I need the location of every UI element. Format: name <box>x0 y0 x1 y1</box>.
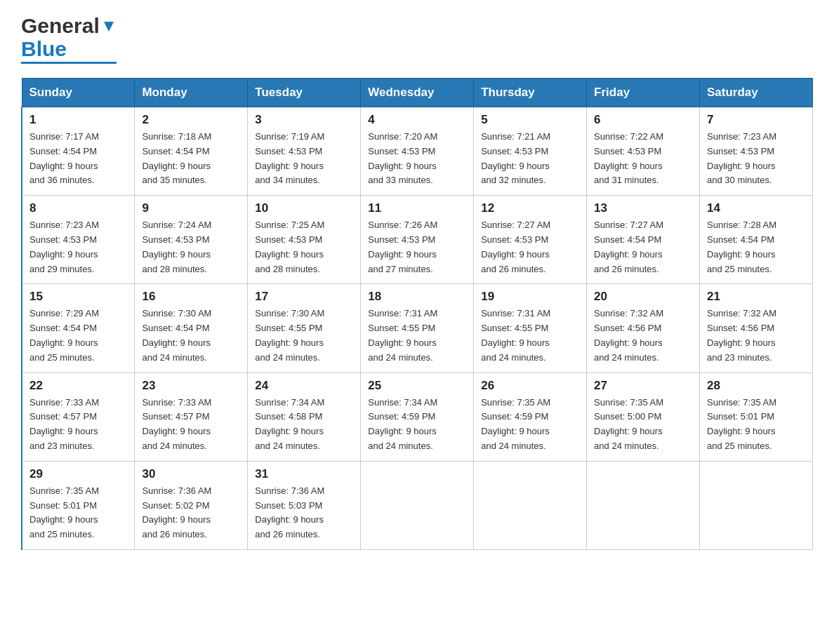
calendar-cell: 6 Sunrise: 7:22 AM Sunset: 4:53 PM Dayli… <box>587 107 700 196</box>
day-number: 4 <box>368 113 466 127</box>
calendar-cell: 30 Sunrise: 7:36 AM Sunset: 5:02 PM Dayl… <box>135 461 248 549</box>
calendar-cell: 31 Sunrise: 7:36 AM Sunset: 5:03 PM Dayl… <box>248 461 361 549</box>
day-number: 14 <box>707 201 805 215</box>
day-number: 9 <box>142 201 240 215</box>
day-info: Sunrise: 7:36 AM Sunset: 5:02 PM Dayligh… <box>142 484 240 542</box>
calendar-cell: 20 Sunrise: 7:32 AM Sunset: 4:56 PM Dayl… <box>587 284 700 373</box>
calendar-cell: 24 Sunrise: 7:34 AM Sunset: 4:58 PM Dayl… <box>248 373 361 461</box>
day-number: 16 <box>142 290 240 304</box>
calendar-cell: 8 Sunrise: 7:23 AM Sunset: 4:53 PM Dayli… <box>22 196 135 284</box>
calendar-cell: 12 Sunrise: 7:27 AM Sunset: 4:53 PM Dayl… <box>474 196 587 284</box>
day-number: 15 <box>29 290 127 304</box>
logo: General Blue <box>21 14 117 64</box>
calendar-week-row: 29 Sunrise: 7:35 AM Sunset: 5:01 PM Dayl… <box>22 461 813 549</box>
calendar-table: SundayMondayTuesdayWednesdayThursdayFrid… <box>21 78 813 550</box>
day-info: Sunrise: 7:21 AM Sunset: 4:53 PM Dayligh… <box>481 130 579 188</box>
day-info: Sunrise: 7:25 AM Sunset: 4:53 PM Dayligh… <box>255 218 353 276</box>
calendar-week-row: 8 Sunrise: 7:23 AM Sunset: 4:53 PM Dayli… <box>22 196 813 284</box>
day-number: 6 <box>594 113 692 127</box>
day-info: Sunrise: 7:27 AM Sunset: 4:53 PM Dayligh… <box>481 218 579 276</box>
calendar-week-row: 15 Sunrise: 7:29 AM Sunset: 4:54 PM Dayl… <box>22 284 813 373</box>
day-number: 18 <box>368 290 466 304</box>
day-info: Sunrise: 7:36 AM Sunset: 5:03 PM Dayligh… <box>255 484 353 542</box>
day-number: 13 <box>594 201 692 215</box>
day-info: Sunrise: 7:23 AM Sunset: 4:53 PM Dayligh… <box>29 218 127 276</box>
day-info: Sunrise: 7:33 AM Sunset: 4:57 PM Dayligh… <box>142 396 240 454</box>
calendar-cell: 22 Sunrise: 7:33 AM Sunset: 4:57 PM Dayl… <box>22 373 135 461</box>
day-info: Sunrise: 7:32 AM Sunset: 4:56 PM Dayligh… <box>707 307 805 365</box>
calendar-cell: 26 Sunrise: 7:35 AM Sunset: 4:59 PM Dayl… <box>474 373 587 461</box>
day-number: 27 <box>594 379 692 393</box>
day-info: Sunrise: 7:35 AM Sunset: 5:01 PM Dayligh… <box>707 396 805 454</box>
day-info: Sunrise: 7:30 AM Sunset: 4:54 PM Dayligh… <box>142 307 240 365</box>
day-number: 25 <box>368 379 466 393</box>
calendar-cell: 9 Sunrise: 7:24 AM Sunset: 4:53 PM Dayli… <box>135 196 248 284</box>
calendar-cell: 23 Sunrise: 7:33 AM Sunset: 4:57 PM Dayl… <box>135 373 248 461</box>
calendar-week-row: 22 Sunrise: 7:33 AM Sunset: 4:57 PM Dayl… <box>22 373 813 461</box>
calendar-cell: 16 Sunrise: 7:30 AM Sunset: 4:54 PM Dayl… <box>135 284 248 373</box>
day-info: Sunrise: 7:28 AM Sunset: 4:54 PM Dayligh… <box>707 218 805 276</box>
day-info: Sunrise: 7:23 AM Sunset: 4:53 PM Dayligh… <box>707 130 805 188</box>
day-info: Sunrise: 7:30 AM Sunset: 4:55 PM Dayligh… <box>255 307 353 365</box>
day-info: Sunrise: 7:35 AM Sunset: 5:00 PM Dayligh… <box>594 396 692 454</box>
day-number: 29 <box>29 467 127 481</box>
day-info: Sunrise: 7:20 AM Sunset: 4:53 PM Dayligh… <box>368 130 466 188</box>
logo-blue-text: Blue <box>21 37 67 60</box>
logo-underline <box>21 62 117 64</box>
calendar-cell: 2 Sunrise: 7:18 AM Sunset: 4:54 PM Dayli… <box>135 107 248 196</box>
day-number: 26 <box>481 379 579 393</box>
day-info: Sunrise: 7:31 AM Sunset: 4:55 PM Dayligh… <box>481 307 579 365</box>
calendar-cell <box>700 461 813 549</box>
day-info: Sunrise: 7:32 AM Sunset: 4:56 PM Dayligh… <box>594 307 692 365</box>
day-info: Sunrise: 7:33 AM Sunset: 4:57 PM Dayligh… <box>29 396 127 454</box>
day-info: Sunrise: 7:34 AM Sunset: 4:58 PM Dayligh… <box>255 396 353 454</box>
calendar-cell: 27 Sunrise: 7:35 AM Sunset: 5:00 PM Dayl… <box>587 373 700 461</box>
svg-marker-0 <box>104 22 114 32</box>
calendar-cell: 13 Sunrise: 7:27 AM Sunset: 4:54 PM Dayl… <box>587 196 700 284</box>
day-number: 8 <box>29 201 127 215</box>
day-number: 10 <box>255 201 353 215</box>
weekday-header-wednesday: Wednesday <box>361 79 474 107</box>
logo-arrow-icon <box>101 19 117 34</box>
calendar-cell: 1 Sunrise: 7:17 AM Sunset: 4:54 PM Dayli… <box>22 107 135 196</box>
weekday-header-row: SundayMondayTuesdayWednesdayThursdayFrid… <box>22 79 813 107</box>
calendar-cell: 4 Sunrise: 7:20 AM Sunset: 4:53 PM Dayli… <box>361 107 474 196</box>
day-info: Sunrise: 7:29 AM Sunset: 4:54 PM Dayligh… <box>29 307 127 365</box>
calendar-cell: 14 Sunrise: 7:28 AM Sunset: 4:54 PM Dayl… <box>700 196 813 284</box>
calendar-week-row: 1 Sunrise: 7:17 AM Sunset: 4:54 PM Dayli… <box>22 107 813 196</box>
day-number: 2 <box>142 113 240 127</box>
day-number: 22 <box>29 379 127 393</box>
calendar-cell: 28 Sunrise: 7:35 AM Sunset: 5:01 PM Dayl… <box>700 373 813 461</box>
day-number: 11 <box>368 201 466 215</box>
day-number: 28 <box>707 379 805 393</box>
calendar-cell: 3 Sunrise: 7:19 AM Sunset: 4:53 PM Dayli… <box>248 107 361 196</box>
calendar-cell: 17 Sunrise: 7:30 AM Sunset: 4:55 PM Dayl… <box>248 284 361 373</box>
calendar-cell: 21 Sunrise: 7:32 AM Sunset: 4:56 PM Dayl… <box>700 284 813 373</box>
day-number: 23 <box>142 379 240 393</box>
calendar-cell: 29 Sunrise: 7:35 AM Sunset: 5:01 PM Dayl… <box>22 461 135 549</box>
weekday-header-tuesday: Tuesday <box>248 79 361 107</box>
calendar-cell: 25 Sunrise: 7:34 AM Sunset: 4:59 PM Dayl… <box>361 373 474 461</box>
calendar-cell <box>361 461 474 549</box>
weekday-header-friday: Friday <box>587 79 700 107</box>
calendar-cell: 18 Sunrise: 7:31 AM Sunset: 4:55 PM Dayl… <box>361 284 474 373</box>
calendar-cell: 11 Sunrise: 7:26 AM Sunset: 4:53 PM Dayl… <box>361 196 474 284</box>
day-number: 31 <box>255 467 353 481</box>
day-number: 19 <box>481 290 579 304</box>
logo-general-text: General <box>21 14 100 37</box>
calendar-cell: 19 Sunrise: 7:31 AM Sunset: 4:55 PM Dayl… <box>474 284 587 373</box>
day-info: Sunrise: 7:27 AM Sunset: 4:54 PM Dayligh… <box>594 218 692 276</box>
day-info: Sunrise: 7:24 AM Sunset: 4:53 PM Dayligh… <box>142 218 240 276</box>
calendar-cell <box>587 461 700 549</box>
day-info: Sunrise: 7:22 AM Sunset: 4:53 PM Dayligh… <box>594 130 692 188</box>
day-info: Sunrise: 7:31 AM Sunset: 4:55 PM Dayligh… <box>368 307 466 365</box>
weekday-header-saturday: Saturday <box>700 79 813 107</box>
weekday-header-sunday: Sunday <box>22 79 135 107</box>
calendar-cell: 7 Sunrise: 7:23 AM Sunset: 4:53 PM Dayli… <box>700 107 813 196</box>
day-number: 17 <box>255 290 353 304</box>
day-info: Sunrise: 7:35 AM Sunset: 5:01 PM Dayligh… <box>29 484 127 542</box>
day-number: 5 <box>481 113 579 127</box>
day-number: 30 <box>142 467 240 481</box>
day-info: Sunrise: 7:17 AM Sunset: 4:54 PM Dayligh… <box>29 130 127 188</box>
calendar-cell: 15 Sunrise: 7:29 AM Sunset: 4:54 PM Dayl… <box>22 284 135 373</box>
